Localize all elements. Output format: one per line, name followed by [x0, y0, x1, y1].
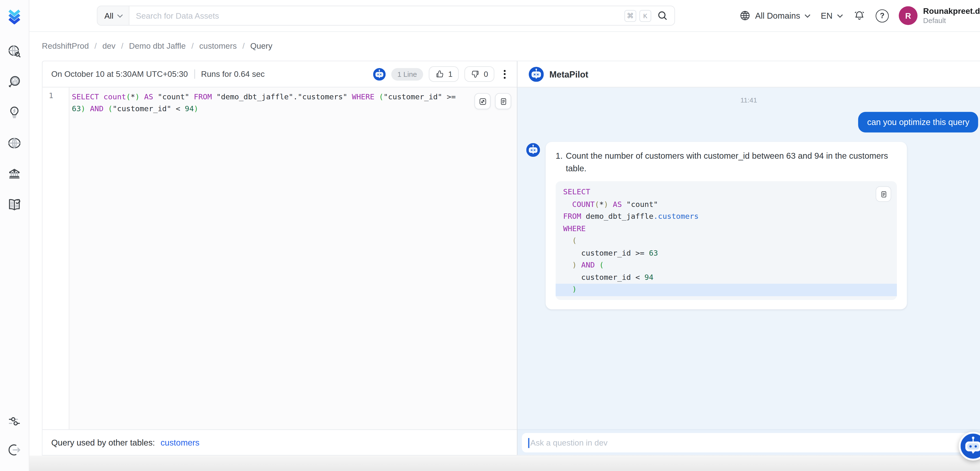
chat-messages: 11:41 can you optimize this query 1. Cou…	[517, 88, 980, 429]
breadcrumb-item[interactable]: RedshiftProd	[42, 41, 89, 51]
sidebar-item-preferences[interactable]	[7, 414, 22, 429]
sql-editor[interactable]: 1 SELECT count(*) AS "count" FROM "demo_…	[42, 88, 517, 429]
breadcrumb-item[interactable]: Query	[250, 41, 272, 51]
copy-code-button[interactable]	[875, 186, 891, 202]
thumbs-down-button[interactable]: 0	[464, 66, 494, 82]
chat-code-line: ) AND (	[556, 259, 897, 272]
chat-code-line: customer_id < 94	[556, 272, 897, 284]
metapilot-bot-icon	[529, 67, 544, 82]
search-scope-label: All	[105, 11, 113, 20]
chat-input-bar: Ask a question in dev	[517, 429, 980, 455]
text-caret	[528, 438, 529, 448]
breadcrumb-separator: /	[242, 41, 245, 51]
insights-magnifier-icon	[7, 75, 22, 89]
sidebar-item-governance[interactable]	[7, 166, 22, 181]
line-count-badge: 1 Line	[391, 68, 423, 80]
global-search: All ⌘ K	[97, 6, 675, 26]
thumbs-up-button[interactable]: 1	[429, 66, 459, 82]
chat-input-placeholder: Ask a question in dev	[530, 438, 608, 447]
content-panels: On October 10 at 5:30AM UTC+05:30 Runs f…	[42, 60, 980, 455]
breadcrumb-separator: /	[94, 41, 97, 51]
query-footer: Query used by other tables: customers	[42, 429, 517, 455]
sliders-icon	[7, 414, 22, 429]
sidebar-nav	[0, 44, 29, 212]
logout-icon	[7, 442, 22, 457]
sidebar-item-discovery[interactable]	[7, 44, 22, 59]
topbar: All ⌘ K All Domains	[29, 0, 980, 32]
query-usage-label: Query used by other tables:	[51, 438, 155, 447]
domains-dropdown[interactable]: All Domains	[740, 10, 811, 21]
sidebar-item-glossary[interactable]	[7, 197, 22, 212]
breadcrumb-item[interactable]: Demo dbt Jaffle	[129, 41, 186, 51]
query-panel: On October 10 at 5:30AM UTC+05:30 Runs f…	[42, 61, 517, 455]
sidebar-item-insights[interactable]	[7, 75, 22, 89]
language-dropdown[interactable]: EN	[821, 11, 843, 20]
globe-icon	[7, 136, 22, 151]
bot-message-text: Count the number of customers with custo…	[566, 150, 897, 175]
metapilot-launcher-button[interactable]	[959, 432, 980, 461]
topbar-right: All Domains EN ? R Rounakpreet.d	[740, 0, 980, 31]
sidebar-item-ideas[interactable]	[7, 105, 22, 120]
thumbs-up-icon	[435, 69, 444, 79]
query-runtime-duration: Runs for 0.64 sec	[201, 69, 265, 79]
notifications-bell-icon[interactable]	[853, 10, 865, 22]
bot-avatar-icon	[527, 143, 540, 157]
thumbs-down-icon	[471, 69, 480, 79]
sidebar-item-domains[interactable]	[7, 136, 22, 151]
metapilot-panel: MetaPilot 11:41 can you optimize this qu…	[517, 61, 980, 455]
bot-message-card: 1. Count the number of customers with cu…	[546, 142, 907, 309]
language-label: EN	[821, 11, 832, 20]
sidebar-item-logout[interactable]	[7, 442, 22, 457]
chevron-down-icon	[805, 13, 811, 18]
sidebar-bottom	[0, 414, 29, 457]
user-message-bubble: can you optimize this query	[858, 112, 978, 132]
more-options-button[interactable]	[500, 68, 509, 80]
breadcrumb-separator: /	[191, 41, 194, 51]
line-number-gutter: 1	[42, 88, 69, 429]
downvote-count: 0	[484, 70, 488, 78]
breadcrumb-item[interactable]: customers	[199, 41, 237, 51]
search-scope-dropdown[interactable]: All	[97, 6, 130, 25]
customers-table-link[interactable]: customers	[161, 438, 199, 447]
domains-label: All Domains	[755, 11, 800, 20]
chevron-down-icon	[117, 13, 123, 18]
copy-query-button[interactable]	[495, 93, 511, 109]
chat-timestamp: 11:41	[517, 96, 980, 104]
user-name: Rounakpreet.d	[923, 6, 980, 16]
chevron-down-icon	[837, 13, 843, 18]
expand-query-button[interactable]	[474, 93, 491, 109]
open-book-icon	[7, 197, 22, 212]
chat-code-line: SELECT	[556, 186, 897, 199]
app-logo-icon[interactable]	[7, 8, 22, 24]
help-icon[interactable]: ?	[875, 9, 889, 22]
upvote-count: 1	[448, 70, 452, 78]
bottom-strip	[29, 455, 980, 471]
bot-message-number: 1.	[556, 150, 563, 175]
breadcrumb-item[interactable]: dev	[102, 41, 115, 51]
user-menu[interactable]: R Rounakpreet.d Default	[899, 6, 980, 25]
globe-search-icon	[7, 44, 22, 59]
user-role: Default	[923, 16, 980, 25]
copy-icon	[498, 96, 508, 106]
line-number: 1	[42, 91, 68, 100]
search-input[interactable]	[130, 11, 624, 20]
expand-icon	[478, 96, 487, 106]
metapilot-title: MetaPilot	[549, 69, 589, 79]
chat-code-line: COUNT(*) AS "count"	[556, 199, 897, 210]
chat-question-input[interactable]: Ask a question in dev	[522, 433, 976, 452]
breadcrumb-separator: /	[121, 41, 123, 51]
metapilot-header: MetaPilot	[517, 61, 980, 88]
chat-code-line: )	[556, 284, 897, 296]
left-sidebar	[0, 0, 29, 471]
chat-code-line: FROM demo_dbt_jaffle.customers	[556, 210, 897, 223]
bank-icon	[7, 166, 22, 181]
sql-code-row: 63) AND ("customer_id" < 94)	[72, 103, 463, 115]
chat-code-line: (	[556, 235, 897, 247]
search-icon[interactable]	[657, 11, 667, 21]
avatar: R	[899, 6, 918, 25]
breadcrumb: RedshiftProd/dev/Demo dbt Jaffle/custome…	[42, 31, 272, 60]
cmd-key-icon: ⌘	[625, 10, 636, 22]
sql-code: SELECT count(*) AS "count" FROM "demo_db…	[69, 88, 517, 429]
sql-code-row: SELECT count(*) AS "count" FROM "demo_db…	[72, 91, 463, 103]
app-window: All ⌘ K All Domains	[0, 0, 980, 471]
